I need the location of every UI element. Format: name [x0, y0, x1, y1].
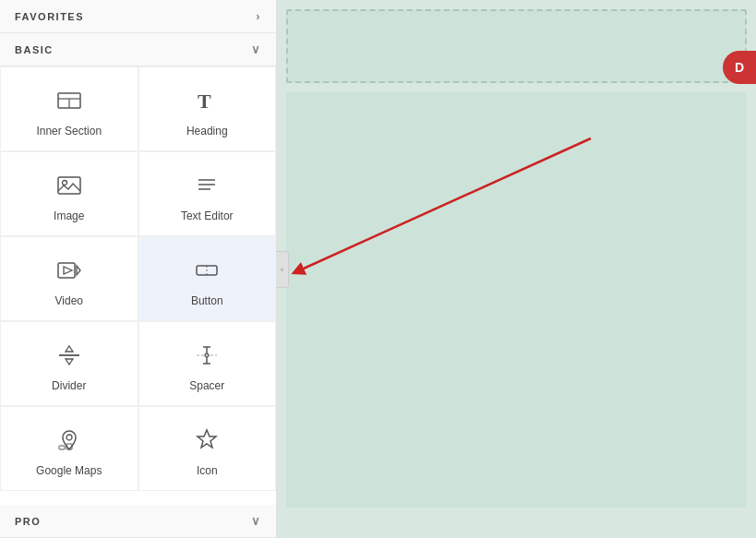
- widget-spacer[interactable]: Spacer: [138, 321, 277, 406]
- image-label: Image: [54, 209, 84, 222]
- heading-icon: T: [190, 84, 223, 117]
- widget-icon-item[interactable]: Icon: [138, 406, 277, 491]
- svg-marker-14: [66, 346, 73, 352]
- icon-widget-label: Icon: [197, 464, 218, 477]
- text-editor-icon: [190, 169, 223, 202]
- google-maps-icon: [53, 424, 86, 457]
- pro-section-header[interactable]: PRO ∨: [0, 505, 276, 538]
- pro-label: PRO: [15, 516, 41, 527]
- canvas-dashed-section: [286, 9, 747, 83]
- svg-marker-11: [64, 267, 72, 274]
- canvas-main: [286, 92, 747, 508]
- pro-arrow-icon: ∨: [251, 514, 262, 528]
- text-editor-label: Text Editor: [181, 209, 234, 222]
- spacer-icon: [190, 339, 223, 372]
- widget-divider[interactable]: Divider: [0, 321, 138, 406]
- divider-label: Divider: [52, 379, 86, 392]
- favorites-label: FAVORITES: [15, 11, 84, 22]
- svg-marker-10: [77, 266, 80, 275]
- svg-marker-16: [66, 359, 73, 365]
- favorites-arrow-icon: ›: [256, 9, 261, 23]
- basic-arrow-icon: ∨: [251, 42, 262, 56]
- inner-section-icon: [53, 84, 86, 117]
- svg-point-25: [66, 435, 72, 440]
- button-icon: [190, 254, 223, 287]
- svg-point-5: [62, 181, 66, 185]
- avatar: D: [723, 51, 756, 84]
- widget-image[interactable]: Image: [0, 151, 138, 236]
- video-icon: [53, 254, 86, 287]
- basic-label: BASIC: [15, 44, 54, 55]
- divider-icon: [53, 339, 86, 372]
- svg-rect-26: [59, 446, 65, 449]
- widget-button[interactable]: Button: [138, 236, 277, 321]
- sidebar: FAVORITES › BASIC ∨ Inner Section T: [0, 0, 277, 538]
- svg-text:T: T: [198, 90, 211, 113]
- sidebar-toggle[interactable]: ‹: [276, 251, 289, 288]
- button-label: Button: [191, 294, 223, 307]
- favorites-section-header[interactable]: FAVORITES ›: [0, 0, 276, 33]
- widget-google-maps[interactable]: Google Maps: [0, 406, 138, 491]
- image-icon: [53, 169, 86, 202]
- basic-section-header[interactable]: BASIC ∨: [0, 33, 276, 66]
- widget-video[interactable]: Video: [0, 236, 138, 321]
- svg-marker-28: [198, 430, 216, 448]
- svg-rect-4: [58, 177, 80, 194]
- widget-inner-section[interactable]: Inner Section: [0, 66, 138, 151]
- video-label: Video: [55, 294, 83, 307]
- toggle-arrow-icon: ‹: [281, 265, 283, 274]
- widgets-grid: Inner Section T Heading Image: [0, 66, 276, 491]
- icon-widget-icon: [190, 424, 223, 457]
- inner-section-label: Inner Section: [36, 125, 102, 137]
- spacer-label: Spacer: [189, 379, 224, 392]
- widget-text-editor[interactable]: Text Editor: [138, 151, 277, 236]
- heading-label: Heading: [186, 125, 228, 137]
- canvas-area: D: [277, 0, 756, 538]
- google-maps-label: Google Maps: [36, 464, 102, 477]
- avatar-initial: D: [735, 60, 744, 75]
- widget-heading[interactable]: T Heading: [138, 66, 277, 151]
